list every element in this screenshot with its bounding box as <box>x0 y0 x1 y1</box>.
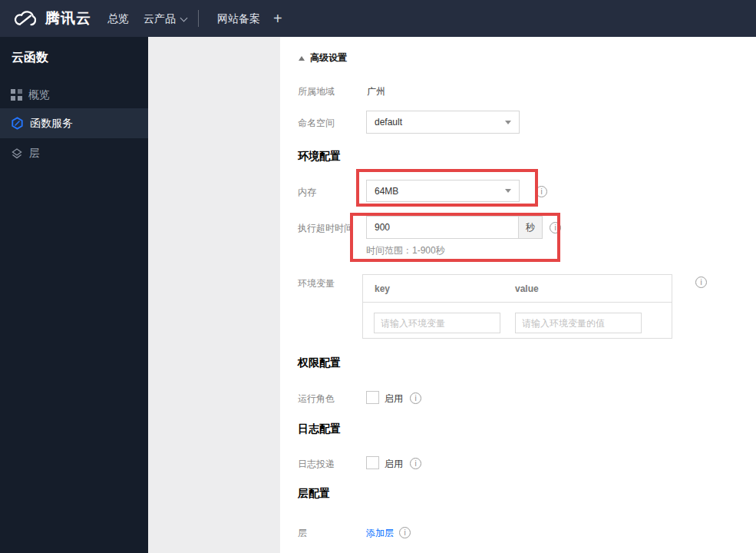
sidebar-item-layers[interactable]: 层 <box>0 138 148 168</box>
envvar-value-header: value <box>515 283 539 294</box>
caret-down-icon <box>505 121 511 124</box>
cloud-logo-icon <box>12 8 38 28</box>
sidebar-title: 云函数 <box>12 50 48 66</box>
timeout-input[interactable] <box>367 217 518 238</box>
namespace-label: 命名空间 <box>298 117 335 130</box>
nav-cloud-products[interactable]: 云产品 <box>144 0 187 37</box>
advanced-settings-toggle[interactable]: 高级设置 <box>299 51 347 65</box>
envvar-info-icon[interactable]: i <box>695 276 707 288</box>
perm-config-section-title: 权限配置 <box>298 356 341 370</box>
log-config-section-title: 日志配置 <box>298 422 341 436</box>
sidebar: 云函数 概览 函数服务 层 <box>0 37 148 553</box>
logo-text: 腾讯云 <box>45 8 91 28</box>
log-enable-checkbox[interactable] <box>366 456 379 469</box>
log-info-icon[interactable]: i <box>410 458 421 469</box>
nav-overview[interactable]: 总览 <box>107 0 129 37</box>
envvar-table: key value <box>362 274 672 339</box>
layers-icon <box>11 147 23 160</box>
role-enable-checkbox[interactable] <box>366 391 379 404</box>
timeout-unit-addon: 秒 <box>518 217 542 238</box>
collapse-arrow-icon <box>299 56 305 61</box>
add-layer-link[interactable]: 添加层 <box>366 527 394 540</box>
timeout-input-group: 秒 <box>366 216 543 239</box>
layer-info-icon[interactable]: i <box>399 527 411 538</box>
env-config-section-title: 环境配置 <box>298 150 341 164</box>
region-value: 广州 <box>367 85 385 98</box>
nav-cloud-products-label: 云产品 <box>144 12 176 25</box>
role-label: 运行角色 <box>298 392 335 406</box>
timeout-info-icon[interactable]: i <box>550 222 561 233</box>
envvar-value-input[interactable] <box>515 313 642 333</box>
sidebar-item-label: 层 <box>29 147 40 161</box>
layer-label: 层 <box>298 527 307 540</box>
timeout-label: 执行超时时间 <box>298 222 353 235</box>
topbar: 腾讯云 总览 云产品 网站备案 + <box>0 0 756 37</box>
sidebar-item-label: 概览 <box>28 88 50 102</box>
namespace-select[interactable]: default <box>366 111 520 134</box>
log-enable-label[interactable]: 启用 <box>385 458 403 471</box>
chevron-down-icon <box>180 15 188 22</box>
sidebar-item-function-service[interactable]: 函数服务 <box>0 108 148 138</box>
memory-select-value: 64MB <box>375 186 398 197</box>
grid-icon <box>11 89 22 101</box>
timeout-range-hint: 时间范围：1-900秒 <box>366 244 445 257</box>
tencent-cloud-logo[interactable]: 腾讯云 <box>12 0 91 37</box>
envvar-label: 环境变量 <box>298 277 335 290</box>
nav-website-record[interactable]: 网站备案 <box>217 0 260 37</box>
memory-select[interactable]: 64MB <box>366 180 520 202</box>
settings-panel: 高级设置 所属地域 广州 命名空间 default 环境配置 内存 64MB i… <box>280 37 756 553</box>
nav-divider <box>198 10 199 27</box>
role-enable-label[interactable]: 启用 <box>385 392 403 406</box>
envvar-key-input[interactable] <box>374 313 500 333</box>
envvar-table-header: key value <box>363 275 672 303</box>
namespace-select-value: default <box>375 117 402 127</box>
memory-info-icon[interactable]: i <box>536 186 547 197</box>
layer-config-section-title: 层配置 <box>298 487 330 501</box>
log-label: 日志投递 <box>298 458 335 471</box>
advanced-settings-label: 高级设置 <box>310 51 347 65</box>
scf-hexagon-icon <box>11 117 24 130</box>
role-info-icon[interactable]: i <box>410 392 421 404</box>
envvar-key-header: key <box>375 283 390 294</box>
memory-label: 内存 <box>298 186 316 199</box>
caret-down-icon <box>505 189 511 193</box>
sidebar-item-overview[interactable]: 概览 <box>0 80 148 110</box>
region-label: 所属地域 <box>298 85 335 98</box>
nav-add-button[interactable]: + <box>273 0 282 37</box>
sidebar-item-label: 函数服务 <box>30 117 73 131</box>
